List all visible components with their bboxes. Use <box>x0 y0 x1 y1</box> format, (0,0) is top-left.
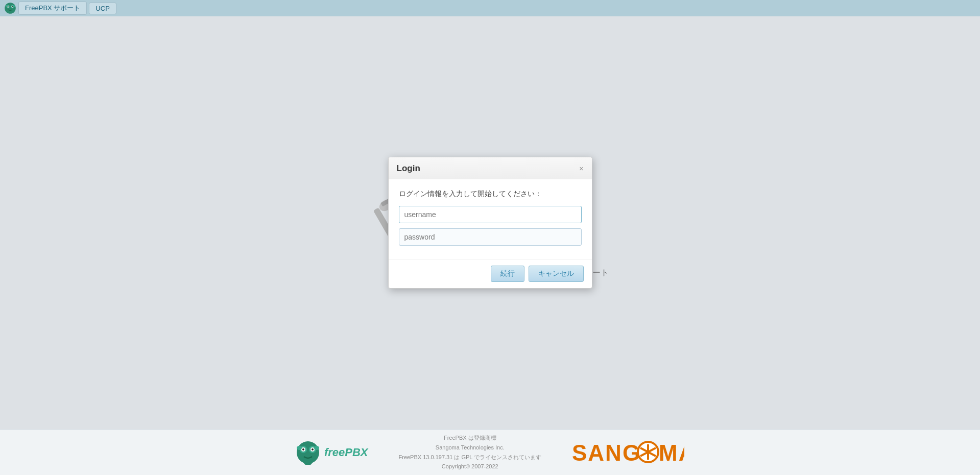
svg-point-40 <box>297 446 302 450</box>
dialog-overlay: Login × ログイン情報を入力して開始してください： 続行 キャンセル <box>0 16 980 429</box>
cancel-button[interactable]: キャンセル <box>529 266 584 282</box>
footer-line4: Copyright© 2007-2022 <box>399 462 542 471</box>
main-content: FreePBX ート Login × ログイン情報を入力して開始してください： … <box>0 16 980 429</box>
support-button[interactable]: FreePBX サポート <box>18 2 87 15</box>
username-input[interactable] <box>399 206 582 223</box>
continue-button[interactable]: 続行 <box>491 266 524 282</box>
svg-point-6 <box>12 6 13 7</box>
svg-text:SANG: SANG <box>572 440 641 465</box>
login-dialog: Login × ログイン情報を入力して開始してください： 続行 キャンセル <box>388 157 592 289</box>
footer: freePBX FreePBX は登録商標 Sangoma Technologi… <box>0 429 980 475</box>
footer-freepbx-text: freePBX <box>324 446 368 459</box>
dialog-header: Login × <box>389 157 592 179</box>
svg-point-38 <box>302 448 304 450</box>
svg-point-7 <box>5 5 8 7</box>
footer-line2: Sangoma Technologies Inc. <box>399 443 542 453</box>
footer-freepbx-logo: freePBX <box>296 440 368 465</box>
dialog-close-button[interactable]: × <box>579 165 583 172</box>
dialog-subtitle: ログイン情報を入力して開始してください： <box>399 189 582 199</box>
svg-text:MA: MA <box>659 440 684 465</box>
dialog-title: Login <box>397 163 420 174</box>
ucp-button[interactable]: UCP <box>89 3 116 14</box>
dialog-body: ログイン情報を入力して開始してください： <box>389 179 592 259</box>
footer-line3: FreePBX 13.0.197.31 は GPL でライセンスされています <box>399 453 542 462</box>
svg-point-8 <box>13 5 15 7</box>
password-input[interactable] <box>399 228 582 246</box>
freepbx-logo-icon <box>4 2 16 14</box>
sangoma-logo-icon: SANG MA <box>572 438 684 466</box>
footer-sangoma-logo: SANG MA <box>572 438 684 466</box>
svg-point-39 <box>312 448 314 450</box>
dialog-footer: 続行 キャンセル <box>389 259 592 288</box>
svg-point-41 <box>314 446 319 450</box>
navbar: FreePBX サポート UCP <box>0 0 980 16</box>
svg-point-0 <box>5 3 16 14</box>
footer-line1: FreePBX は登録商標 <box>399 433 542 443</box>
footer-frog-icon <box>296 440 320 465</box>
footer-copyright-text: FreePBX は登録商標 Sangoma Technologies Inc. … <box>399 433 542 471</box>
svg-point-5 <box>8 6 9 7</box>
